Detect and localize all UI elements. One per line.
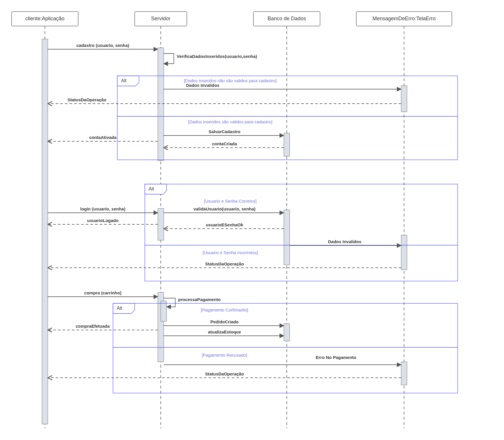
alt-fragment-login: Alt [Usuario e Senha Corretos] [Usuario … — [145, 184, 458, 281]
svg-text:contaAtivada: contaAtivada — [89, 135, 117, 140]
activation-bar — [161, 301, 167, 321]
message-atualiza-estoque: atualizaEstoque — [164, 329, 284, 336]
svg-text:StatusDaOperação: StatusDaOperação — [67, 97, 106, 102]
message-usuario-logado: usuarioLogado — [48, 218, 158, 224]
message-valida-usuario: validaUsuario(usuario, senha) — [164, 206, 284, 213]
guard-label: [Dados inseridos não são validos para ca… — [184, 78, 277, 83]
svg-text:processaPagamento: processaPagamento — [178, 297, 221, 302]
guard-label: [Dados inseridos são validos para cadast… — [188, 119, 273, 124]
svg-text:validaUsuario(usuario, senha): validaUsuario(usuario, senha) — [193, 206, 255, 211]
svg-text:StatusDaOperação: StatusDaOperação — [205, 261, 244, 266]
guard-label: [Usuario e Senha Incorretos] — [203, 250, 258, 255]
lifeline-label: cliente:Aplicação — [25, 16, 64, 21]
svg-text:usuarioLogado: usuarioLogado — [87, 218, 118, 223]
message-status-2: StatusDaOperação — [48, 261, 401, 268]
svg-rect-24 — [145, 184, 458, 281]
lifeline-label: MensagemDeErro:TelaErro — [372, 16, 436, 21]
activation-bar — [401, 235, 407, 270]
activation-bar — [284, 210, 290, 265]
message-usuario-senha-ok: usuarioESenhaOk — [164, 222, 284, 229]
svg-text:SalvarCadastro: SalvarCadastro — [209, 129, 240, 134]
lifeline-label: Banco de Dados — [267, 16, 306, 21]
message-dados-invalidos-1: Dados Invalidos — [164, 83, 401, 89]
svg-text:contaCriada: contaCriada — [212, 141, 237, 146]
message-cadastro: cadastro (usuario, senha) — [48, 43, 158, 49]
activation-bar — [284, 324, 290, 341]
activation-bar — [401, 86, 407, 112]
message-dados-invalidos-2: Dados Invalidos — [290, 239, 401, 245]
message-status-3: StatusDaOperação — [48, 371, 401, 378]
message-salvar-cadastro: SalvarCadastro — [164, 129, 284, 135]
message-conta-ativada: contaAtivada — [48, 135, 158, 141]
message-compra: compra (carrinho) — [48, 290, 158, 297]
svg-text:Erro No Pagamento: Erro No Pagamento — [316, 355, 356, 360]
message-conta-criada: contaCriada — [164, 141, 284, 148]
svg-text:atualizaEstoque: atualizaEstoque — [208, 329, 241, 334]
svg-text:login (usuario, senha): login (usuario, senha) — [80, 206, 125, 211]
svg-text:PedidoCriado: PedidoCriado — [210, 319, 239, 324]
svg-text:compraEfetuada: compraEfetuada — [76, 324, 110, 329]
activation-bar — [42, 39, 48, 424]
svg-text:cadastro (usuario, senha): cadastro (usuario, senha) — [76, 43, 129, 48]
svg-text:compra (carrinho): compra (carrinho) — [84, 290, 121, 295]
message-status-1: StatusDaOperação — [48, 97, 401, 104]
svg-text:Alt: Alt — [117, 306, 122, 311]
lifeline-label: Servidor — [151, 16, 170, 21]
svg-text:Alt: Alt — [121, 78, 127, 83]
svg-text:usuarioESenhaOk: usuarioESenhaOk — [206, 222, 243, 227]
message-compra-efetuada: compraEfetuada — [48, 324, 158, 330]
message-erro-pagamento: Erro No Pagamento — [164, 355, 401, 365]
svg-text:VerificaDadosInseridos(usuario: VerificaDadosInseridos(usuario,senha) — [177, 54, 257, 59]
svg-text:Dados Invalidos: Dados Invalidos — [328, 239, 361, 244]
activation-bar — [158, 208, 164, 240]
message-verifica: VerificaDadosInseridos(usuario,senha) — [164, 54, 257, 64]
svg-text:Dados Invalidos: Dados Invalidos — [186, 83, 219, 88]
activation-bar — [401, 362, 407, 385]
guard-label: [Pagamento Corfimardo] — [201, 307, 248, 312]
svg-text:StatusDaOperação: StatusDaOperação — [205, 371, 244, 376]
activation-bar — [284, 133, 290, 156]
message-processa-pagamento: processaPagamento — [164, 297, 221, 307]
message-login: login (usuario, senha) — [48, 206, 158, 213]
guard-label: [Pagamento Recusado] — [202, 353, 247, 358]
message-pedido-criado: PedidoCriado — [164, 319, 284, 326]
guard-label: [Usuario e Senha Corretos] — [204, 199, 257, 204]
sequence-diagram: cliente:Aplicação Servidor Banco de Dado… — [0, 0, 504, 440]
activation-bar — [158, 48, 164, 161]
svg-text:Alt: Alt — [149, 186, 154, 191]
